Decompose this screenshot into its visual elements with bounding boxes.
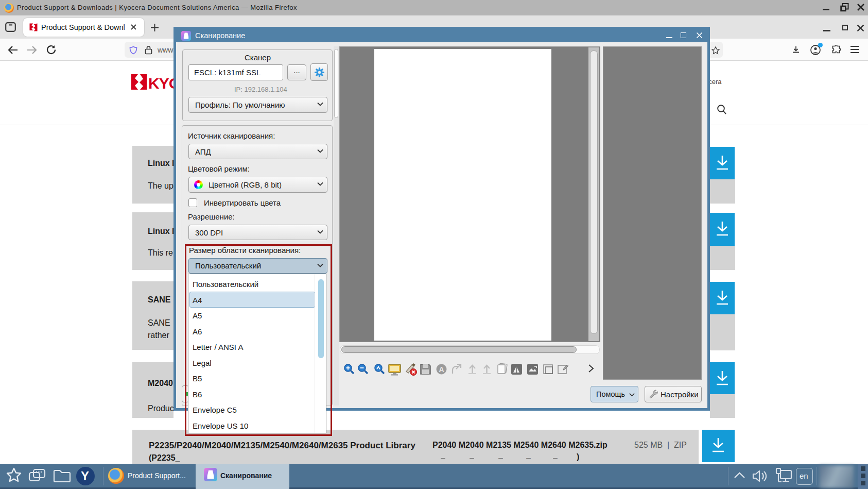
svg-text:A: A [439,365,444,374]
